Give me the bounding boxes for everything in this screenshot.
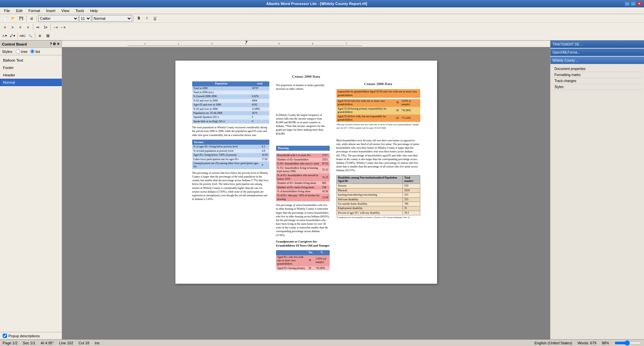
- popup-desc-checkbox[interactable]: [3, 334, 7, 338]
- housing-text: The percentage of senior householders wh…: [276, 203, 330, 237]
- table-row: Percent of ages 65+ with any disability3…: [336, 211, 420, 215]
- spellcheck-button[interactable]: ABC: [19, 32, 26, 39]
- table-row: Aged 65+ who live with one or more own g…: [276, 255, 330, 266]
- font-family-select[interactable]: Calibri: [38, 15, 78, 22]
- list-radio[interactable]: [30, 49, 35, 54]
- dis-col-1: Disabilities among Non-institutionalized…: [336, 175, 403, 184]
- toolbar-container: 📄 📂 💾 🖨 Calibri 11 Normal Balloon Text H…: [0, 14, 644, 41]
- status-zoom: 98%: [602, 341, 609, 345]
- menu-help[interactable]: Help: [87, 8, 100, 13]
- app-window: Atlantis Word Processor Lite - [Whitely …: [0, 0, 644, 346]
- outdent-button[interactable]: ←≡: [59, 24, 67, 30]
- table-row: % 65+ householders who own (v. rent)87.6…: [276, 162, 330, 166]
- status-language: English (United States): [534, 341, 572, 345]
- table-button[interactable]: ⊞: [36, 32, 44, 39]
- table-row: Aged 55-64 who live with one or more own…: [336, 99, 420, 107]
- rsp-inner: TRAITEMENT DE ... OpenXMLForma... Whitel…: [550, 41, 644, 339]
- svg-text:2: 2: [178, 42, 179, 45]
- page-1: Census 2000 Data Population total: [175, 61, 437, 284]
- right-col-text2: In Whitely County the largest frequency …: [276, 113, 330, 136]
- menu-tools[interactable]: Tools: [73, 8, 87, 13]
- menu-edit[interactable]: Edit: [13, 8, 25, 13]
- svg-text:3: 3: [211, 42, 213, 45]
- close-button[interactable]: ✕: [637, 1, 642, 6]
- find-button[interactable]: 🔍: [26, 32, 34, 39]
- rsp-item-3[interactable]: Track changes: [552, 78, 642, 84]
- table-row: Number of 65+ householders2553: [276, 158, 330, 162]
- style-header[interactable]: Header: [0, 71, 62, 79]
- table-row: Self-care disability255: [336, 197, 420, 202]
- table-row: Sensory510: [336, 184, 420, 188]
- align-center-button[interactable]: ≡: [9, 24, 16, 30]
- highlight-button[interactable]: 🖍▼: [9, 32, 16, 39]
- status-page: Page 1/2: [3, 341, 17, 345]
- popup-desc-label: Popup descriptions: [8, 334, 40, 338]
- tree-radio[interactable]: [16, 49, 20, 54]
- zoom-slider[interactable]: [614, 340, 641, 346]
- svg-text:4: 4: [245, 42, 247, 45]
- window-title: Atlantis Word Processor Lite - [Whitely …: [9, 2, 625, 6]
- number-button[interactable]: 1≡: [42, 24, 49, 30]
- ruler: 1 2 3 4 5 6 7: [62, 41, 550, 47]
- rsp-item-2[interactable]: Formatting marks: [552, 72, 642, 78]
- table-row: % 65+ householders living in housing bui…: [276, 166, 330, 174]
- justify-button[interactable]: ≡: [24, 24, 32, 30]
- sep2: [37, 15, 37, 21]
- font-size-select[interactable]: 11: [79, 15, 91, 22]
- menu-insert[interactable]: Insert: [44, 8, 58, 13]
- underline-button[interactable]: U: [151, 15, 159, 22]
- population-table: Population total Total in 200030707 Tota…: [192, 81, 269, 124]
- pages-container: Census 2000 Data Population total: [62, 47, 550, 297]
- rsp-item-1[interactable]: Document properties: [552, 66, 642, 72]
- rsp-header-3: Whitely County ...: [550, 57, 644, 64]
- cb-settings-icon[interactable]: ⚙: [53, 42, 56, 46]
- menu-file[interactable]: File: [1, 8, 13, 13]
- style-balloon-text[interactable]: Balloon Text: [0, 57, 62, 64]
- housing-table: Households with 1 or more 65+2727 Number…: [276, 153, 330, 201]
- svg-text:7: 7: [345, 42, 347, 45]
- bold-button[interactable]: B: [135, 15, 143, 22]
- table-row: Number of 65+ males living alone230: [276, 186, 330, 190]
- open-button[interactable]: 📂: [9, 15, 17, 22]
- align-right-button[interactable]: ≡: [17, 24, 24, 30]
- list-option[interactable]: list: [30, 49, 40, 54]
- italic-button[interactable]: I: [143, 15, 151, 22]
- maximize-button[interactable]: □: [631, 1, 636, 6]
- color-button[interactable]: A▼: [1, 32, 9, 39]
- menu-view[interactable]: View: [59, 8, 72, 13]
- rsp-title-2: OpenXMLForma...: [552, 51, 580, 54]
- gp-col-2: Tot.: [307, 250, 314, 255]
- rsp-title-1: TRAITEMENT DE ...: [552, 43, 583, 46]
- status-words: Words: 679: [578, 341, 596, 345]
- table-row: % of total population at poverty level4.…: [192, 149, 269, 153]
- align-left-button[interactable]: ≡: [1, 24, 9, 30]
- bullet-button[interactable]: •≡: [34, 24, 42, 30]
- save-button[interactable]: 💾: [17, 15, 25, 22]
- sep3: [133, 15, 134, 21]
- table-row: Unemployment rate (%) among labor force …: [192, 161, 269, 169]
- menu-format[interactable]: Format: [26, 8, 43, 13]
- image-button[interactable]: 🖼: [44, 32, 51, 39]
- style-normal[interactable]: Normal: [0, 79, 62, 86]
- print-button[interactable]: 🖨: [28, 15, 35, 22]
- sep7: [35, 33, 35, 39]
- svg-rect-0: [127, 46, 362, 46]
- svg-text:6: 6: [312, 42, 314, 45]
- style-footer[interactable]: Footer: [0, 64, 62, 71]
- control-board-header: Control Board ? ⚙ ✕: [0, 41, 62, 48]
- tree-option[interactable]: tree: [16, 49, 28, 54]
- popup-desc: Popup descriptions: [0, 332, 62, 339]
- indent-button[interactable]: →≡: [52, 24, 59, 30]
- table-row: Households with 1 or more 65+2727: [276, 153, 330, 157]
- cb-close-icon[interactable]: ✕: [57, 42, 60, 46]
- dis-footnote: *Categories are not mutually exclusive. …: [336, 216, 420, 219]
- style-select[interactable]: Normal Balloon Text Header Footer: [92, 15, 132, 22]
- document-area[interactable]: 1 2 3 4 5 6 7 Census 2000 Data: [62, 41, 550, 339]
- toolbar-row-2: ≡ ≡ ≡ ≡ •≡ 1≡ →≡ ←≡: [0, 23, 644, 31]
- tree-label: tree: [21, 50, 28, 54]
- minimize-button[interactable]: ─: [625, 1, 630, 6]
- cb-help-icon[interactable]: ?: [50, 42, 52, 46]
- rsp-item-4[interactable]: Styles: [552, 84, 642, 90]
- new-button[interactable]: 📄: [1, 15, 9, 22]
- status-col: Col 18: [78, 341, 89, 345]
